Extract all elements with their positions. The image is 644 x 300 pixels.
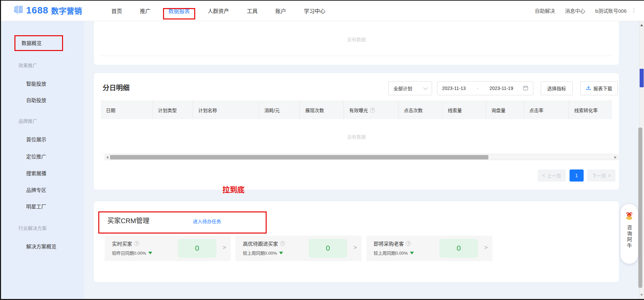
table-body: 没有数据 [101, 119, 612, 154]
scroll-up-arrow-icon[interactable] [640, 24, 643, 26]
nav-item-data-report[interactable]: 数据报表 [168, 7, 190, 15]
col-lead-conversion: 线索转化率 [569, 101, 612, 119]
nav-item-tools[interactable]: 工具 [247, 7, 258, 15]
help-icon[interactable]: ? [134, 241, 139, 246]
chevron-right-icon[interactable]: > [354, 244, 357, 251]
sidebar-section-industry-solutions: 行业解决方案 [18, 224, 47, 231]
trend-down-icon[interactable] [148, 252, 152, 254]
sidebar: 数据概览 效果推广 智能投放 自助投放 品牌推广 首位展示 定位推广 搜索展播 … [0, 21, 84, 300]
vertical-scrollbar-thumb-inner[interactable] [638, 128, 642, 288]
help-icon[interactable]: ? [406, 241, 411, 246]
col-clicks: 点击次数 [398, 101, 442, 119]
scroll-down-arrow-icon[interactable] [640, 294, 643, 296]
sidebar-item-star-factory[interactable]: 明星工厂 [26, 203, 46, 210]
metric-compare: 较上周同期0.00% [243, 250, 277, 256]
chevron-down-icon [423, 86, 428, 90]
more-menu-icon[interactable]: ⋮ [631, 7, 637, 14]
col-plan-type: 计划类型 [153, 101, 193, 119]
nav-item-home[interactable]: 首页 [111, 7, 122, 15]
brand-logo[interactable]: 1688 数字营销 [13, 5, 82, 16]
sidebar-item-self-delivery[interactable]: 自助投放 [26, 96, 46, 103]
horizontal-scrollbar-thumb[interactable] [110, 155, 488, 159]
sidebar-item-smart-delivery[interactable]: 智能投放 [26, 80, 46, 87]
metric-value: 0 [439, 239, 478, 258]
scroll-left-arrow-icon[interactable] [106, 156, 108, 159]
sidebar-section-effect-promo: 效果推广 [18, 62, 37, 68]
help-icon[interactable]: ? [280, 241, 285, 246]
table-header-row: 日期 计划类型 计划名称 消耗/元 展现次数 有效曝光? 点击次数 线索量 询盘… [101, 101, 612, 119]
trend-down-icon[interactable] [279, 252, 283, 254]
horizontal-scrollbar[interactable] [105, 154, 618, 160]
date-range-picker[interactable]: 2023-11-13 - 2023-11-19 [437, 81, 533, 95]
nav-item-promotion[interactable]: 推广 [140, 7, 151, 15]
current-page-button[interactable]: 1 [570, 169, 584, 182]
nav-self-help[interactable]: 自助解决 [535, 7, 555, 14]
metric-compare: 较上周同期0.00% [374, 250, 408, 256]
chevron-right-icon: > [608, 173, 611, 178]
metric-label: 实时买家 [112, 240, 132, 247]
crm-title: 买家CRM管理 [107, 215, 150, 225]
pagination: < 上一页 1 下一页 > [538, 169, 615, 182]
empty-data-text: 没有数据 [101, 133, 612, 140]
date-start: 2023-11-13 [442, 86, 466, 91]
chevron-right-icon[interactable]: > [484, 244, 488, 251]
next-page-button[interactable]: 下一页 > [587, 169, 615, 182]
trend-down-icon[interactable] [410, 252, 414, 254]
select-metrics-button[interactable]: 选择指标 [541, 81, 573, 95]
report-download-label: 报表下载 [593, 85, 612, 92]
metric-compare: 较昨日同期0.00% [112, 250, 146, 256]
nav-item-learning-center[interactable]: 学习中心 [304, 7, 325, 15]
col-valid-exposure: 有效曝光? [344, 101, 398, 119]
top-chart-card: 没有数据 [94, 21, 619, 65]
logo-brand-text: 1688 [26, 5, 48, 16]
annotation-scroll-hint: 拉到底 [222, 184, 245, 194]
chevron-right-icon[interactable]: > [223, 244, 226, 251]
date-separator: - [477, 86, 479, 91]
daily-detail-card: 分日明细 全部计划 2023-11-13 - 2023-11-19 选择指标 [94, 73, 619, 190]
col-impressions: 展现次数 [300, 101, 344, 119]
col-leads: 线索量 [442, 101, 486, 119]
report-download-button[interactable]: 报表下载 [580, 81, 618, 95]
daily-detail-title: 分日明细 [103, 83, 129, 92]
butterfly-logo-icon [13, 5, 23, 16]
nav-item-account[interactable]: 账户 [275, 7, 286, 15]
nav-right-group: 自助解决 消息中心 b测试账号006 [535, 0, 627, 21]
scroll-right-arrow-icon[interactable] [614, 156, 616, 159]
empty-data-text: 没有数据 [94, 36, 619, 43]
consult-aniu-label: 咨询阿牛 [626, 225, 633, 249]
plan-filter-select[interactable]: 全部计划 [388, 81, 432, 95]
plan-filter-value: 全部计划 [393, 85, 412, 92]
sidebar-item-solution-overview[interactable]: 解决方案概览 [26, 243, 56, 250]
select-metrics-label: 选择指标 [547, 85, 566, 92]
nav-account-name[interactable]: b测试账号006 [595, 7, 627, 14]
top-navbar: 1688 数字营销 首页 推广 数据报表 人群资产 工具 账户 学习中心 自助解… [0, 0, 644, 21]
calendar-icon [523, 85, 528, 92]
metric-label: 高优待跟进买家 [243, 240, 278, 247]
col-ctr: 点击率 [524, 101, 569, 119]
metric-value: 0 [178, 239, 216, 258]
sidebar-item-brand-zone[interactable]: 品牌专区 [26, 186, 46, 193]
prev-page-button[interactable]: < 上一页 [538, 169, 566, 182]
nav-item-audience-assets[interactable]: 人群资产 [208, 7, 229, 15]
sidebar-item-search-broadcast[interactable]: 搜索展播 [26, 169, 46, 177]
page-root: 1688 数字营销 首页 推广 数据报表 人群资产 工具 账户 学习中心 自助解… [0, 0, 644, 300]
sidebar-section-brand-promo: 品牌推广 [18, 117, 37, 124]
metric-card-realtime-buyers[interactable]: 实时买家? 较昨日同期0.00% 0 > [105, 236, 231, 261]
consult-aniu-widget[interactable]: 咨询阿牛 [621, 204, 638, 264]
sidebar-item-top-display[interactable]: 首位展示 [26, 136, 46, 143]
col-date: 日期 [101, 101, 153, 119]
main-nav: 首页 推广 数据报表 人群资产 工具 账户 学习中心 [111, 0, 325, 21]
todo-tasks-link[interactable]: 进入待办任务 [193, 218, 221, 224]
vertical-scrollbar-thumb-outer[interactable] [640, 69, 644, 87]
sidebar-item-position-promo[interactable]: 定位推广 [26, 153, 46, 160]
metric-card-returning-customers[interactable]: 即将采购老客? 较上周同期0.00% 0 > [366, 236, 492, 261]
metric-card-high-priority-buyers[interactable]: 高优待跟进买家? 较上周同期0.00% 0 > [235, 236, 362, 261]
nav-message-center[interactable]: 消息中心 [565, 7, 585, 14]
crm-metric-row: 实时买家? 较昨日同期0.00% 0 > 高优待跟进买家? 较上周同期0.00%… [105, 236, 492, 261]
col-plan-name: 计划名称 [193, 101, 259, 119]
sidebar-item-data-overview[interactable]: 数据概览 [21, 39, 42, 46]
help-icon[interactable]: ? [370, 108, 375, 113]
download-icon [586, 85, 591, 91]
metric-label: 即将采购老客 [374, 240, 404, 247]
col-inquiries: 询盘量 [486, 101, 524, 119]
